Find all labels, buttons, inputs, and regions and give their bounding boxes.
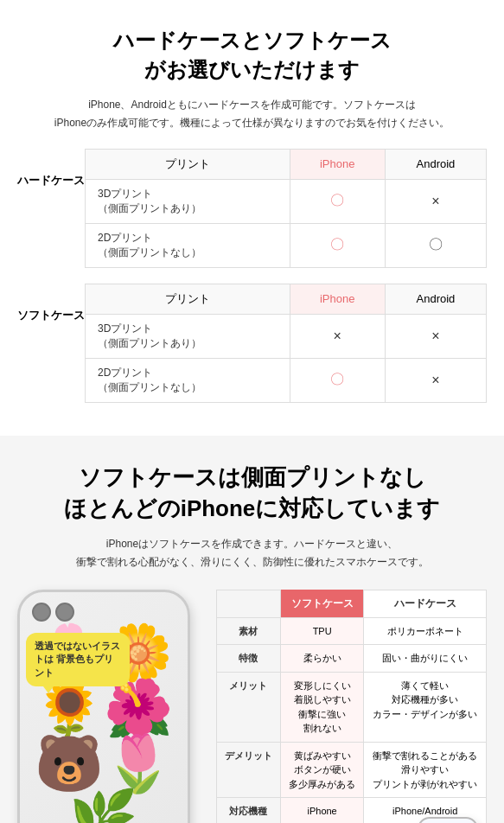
- hard-row2-label: 2Dプリント（側面プリントなし）: [86, 223, 290, 267]
- comp-row-feature-key: 特徴: [217, 645, 281, 673]
- hard-row1-label: 3Dプリント（側面プリントあり）: [86, 179, 290, 223]
- table-row: メリット 変形しにくい着脱しやすい衝撃に強い割れない 薄くて軽い対応機種が多いカ…: [217, 672, 487, 742]
- speech-bubble: 透過ではないイラストは 背景色もプリント: [26, 633, 130, 686]
- soft-row2-label: 2Dプリント（側面プリントなし）: [86, 358, 290, 402]
- table-row: 素材 TPU ポリカーボネート: [217, 617, 487, 645]
- comp-row-demerit-soft: 黄ばみやすいボタンが硬い多少厚みがある: [280, 742, 363, 798]
- table-row: 2Dプリント（側面プリントなし） 〇 〇: [86, 223, 487, 267]
- comp-row-material-hard: ポリカーボネート: [364, 617, 487, 645]
- soft-row1-label: 3Dプリント（側面プリントあり）: [86, 314, 290, 358]
- table-row: 2Dプリント（側面プリントなし） 〇 ×: [86, 358, 487, 402]
- comp-row-merit-key: メリット: [217, 672, 281, 742]
- table-row: デメリット 黄ばみやすいボタンが硬い多少厚みがある 衝撃で割れることがある滑りや…: [217, 742, 487, 798]
- hard-case-table: プリント iPhone Android 3Dプリント（側面プリントあり） 〇 ×…: [85, 149, 487, 268]
- comp-row-material-soft: TPU: [280, 617, 363, 645]
- section2-desc: iPhoneはソフトケースを作成できます。ハードケースと違い、衝撃で割れる心配が…: [17, 535, 487, 572]
- soft-case-label: ソフトケース: [17, 284, 85, 323]
- camera-lens-2: [55, 603, 74, 622]
- camera-area: [32, 603, 74, 622]
- soft-row2-android: ×: [385, 358, 486, 402]
- hard-col-android: Android: [385, 149, 486, 179]
- clear-phone-mockup: [418, 817, 478, 823]
- table-row: 3Dプリント（側面プリントあり） 〇 ×: [86, 179, 487, 223]
- table-row: 3Dプリント（側面プリントあり） × ×: [86, 314, 487, 358]
- section1: ハードケースとソフトケースがお選びいただけます iPhone、Androidとも…: [0, 0, 504, 436]
- soft-row1-android: ×: [385, 314, 486, 358]
- comp-header-hard: ハードケース: [364, 590, 487, 617]
- soft-col-print: プリント: [86, 284, 290, 314]
- comp-row-material-key: 素材: [217, 617, 281, 645]
- comp-row-merit-soft: 変形しにくい着脱しやすい衝撃に強い割れない: [280, 672, 363, 742]
- section2: ソフトケースは側面プリントなしほとんどのiPhoneに対応しています iPhon…: [0, 436, 504, 823]
- soft-case-section: ソフトケース プリント iPhone Android 3Dプリント（側面プリント…: [17, 284, 487, 403]
- section1-title: ハードケースとソフトケースがお選びいただけます: [17, 26, 487, 84]
- table-row: 特徴 柔らかい 固い・曲がりにくい: [217, 645, 487, 673]
- camera-lens-1: [32, 603, 51, 622]
- section2-title: ソフトケースは側面プリントなしほとんどのiPhoneに対応しています: [17, 462, 487, 525]
- comp-row-demerit-hard: 衝撃で割れることがある滑りやすいプリントが剥がれやすい: [364, 742, 487, 798]
- comp-header-soft: ソフトケース: [280, 590, 363, 617]
- hard-row1-android: ×: [385, 179, 486, 223]
- hard-row2-iphone: 〇: [290, 223, 385, 267]
- hard-case-section: ハードケース プリント iPhone Android 3Dプリント（側面プリント…: [17, 149, 487, 268]
- hard-col-iphone: iPhone: [290, 149, 385, 179]
- soft-row2-iphone: 〇: [290, 358, 385, 402]
- comp-header-empty: [217, 590, 281, 617]
- hard-row2-android: 〇: [385, 223, 486, 267]
- soft-col-iphone: iPhone: [290, 284, 385, 314]
- comp-row-feature-soft: 柔らかい: [280, 645, 363, 673]
- soft-case-table: プリント iPhone Android 3Dプリント（側面プリントあり） × ×…: [85, 284, 487, 403]
- hard-case-label: ハードケース: [17, 149, 85, 188]
- soft-row1-iphone: ×: [290, 314, 385, 358]
- hard-col-print: プリント: [86, 149, 290, 179]
- comp-row-demerit-key: デメリット: [217, 742, 281, 798]
- hard-row1-iphone: 〇: [290, 179, 385, 223]
- comparison-area: 透過ではないイラストは 背景色もプリント 🌸🌼🌻🌺🐻🌷🌿 Britty& mor…: [17, 590, 487, 823]
- comp-table-side: ソフトケース ハードケース 素材 TPU ポリカーボネート 特徴 柔らかい 固い…: [216, 590, 487, 823]
- section1-desc: iPhone、Androidともにハードケースを作成可能です。ソフトケースはiP…: [17, 96, 487, 131]
- phone-side: 透過ではないイラストは 背景色もプリント 🌸🌼🌻🌺🐻🌷🌿 Britty& mor…: [17, 590, 207, 823]
- comp-row-feature-hard: 固い・曲がりにくい: [364, 645, 487, 673]
- phone-mockup: 🌸🌼🌻🌺🐻🌷🌿 Britty& more: [17, 590, 190, 823]
- comp-row-merit-hard: 薄くて軽い対応機種が多いカラー・デザインが多い: [364, 672, 487, 742]
- soft-col-android: Android: [385, 284, 486, 314]
- clear-phone-wrapper: 🤚: [418, 817, 478, 823]
- comparison-table: ソフトケース ハードケース 素材 TPU ポリカーボネート 特徴 柔らかい 固い…: [216, 590, 487, 823]
